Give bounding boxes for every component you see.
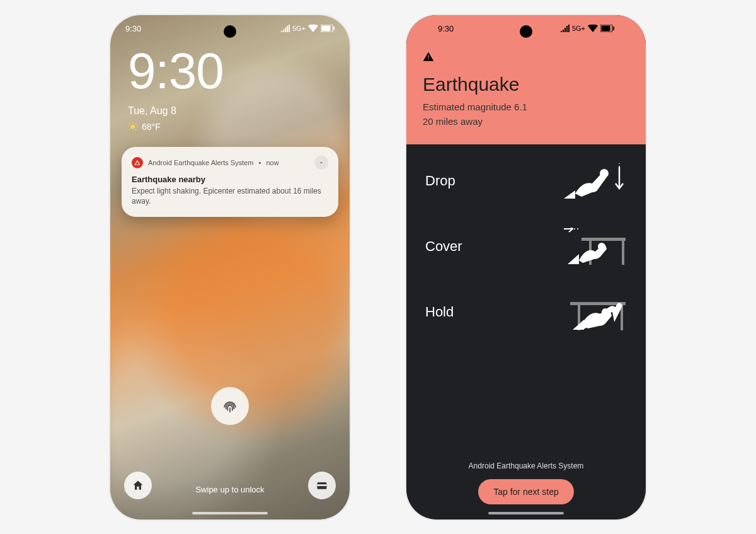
cover-pictogram-icon (564, 228, 627, 265)
svg-rect-30 (621, 305, 623, 330)
camera-cutout-icon (520, 25, 532, 38)
svg-rect-15 (602, 26, 610, 32)
footer-system-label: Android Earthquake Alerts System (406, 461, 646, 470)
svg-rect-16 (613, 26, 614, 30)
lockscreen-temperature: 68°F (142, 122, 161, 132)
alert-footer: Android Earthquake Alerts System Tap for… (406, 461, 646, 519)
svg-rect-25 (622, 241, 624, 265)
wifi-icon (588, 25, 598, 32)
notification-body: Expect light shaking. Epicenter estimate… (132, 186, 328, 207)
alert-distance: 20 miles away (423, 115, 629, 128)
lockscreen-clock-block: 9:30 Tue, Aug 8 68°F (110, 33, 350, 132)
instruction-drop: Drop (425, 162, 627, 200)
svg-rect-1 (322, 26, 331, 32)
lockscreen-weather[interactable]: 68°F (128, 122, 332, 132)
battery-icon (321, 25, 335, 32)
fingerprint-button[interactable] (211, 387, 249, 425)
svg-rect-2 (333, 26, 335, 30)
svg-point-27 (598, 243, 605, 250)
wifi-icon (308, 25, 318, 32)
drop-pictogram-icon (564, 162, 627, 200)
hold-pictogram-icon (564, 293, 627, 331)
instruction-hold: Hold (425, 293, 627, 331)
gesture-bar[interactable] (488, 512, 564, 514)
lockscreen-date: Tue, Aug 8 (128, 105, 332, 117)
notification-title: Earthquake nearby (132, 175, 328, 184)
alert-triangle-icon (132, 157, 143, 168)
signal-icon (561, 25, 570, 32)
svg-line-6 (130, 123, 130, 124)
svg-line-7 (135, 129, 136, 130)
instruction-label: Drop (425, 173, 455, 189)
alert-magnitude: Estimated magnitude 6.1 (423, 100, 629, 113)
network-label: 5G+ (572, 25, 585, 32)
lockscreen-time: 9:30 (128, 46, 332, 96)
status-right: 5G+ (561, 25, 614, 32)
status-right: 5G+ (281, 25, 335, 32)
notification-app-name: Android Earthquake Alerts System (148, 159, 254, 166)
svg-line-10 (130, 129, 130, 130)
warning-triangle-icon (423, 51, 434, 62)
svg-marker-17 (564, 190, 575, 199)
notification-separator: • (259, 159, 261, 166)
earthquake-notification[interactable]: Android Earthquake Alerts System • now E… (122, 147, 338, 218)
fingerprint-icon (220, 397, 239, 415)
svg-rect-23 (581, 238, 626, 241)
instruction-label: Hold (425, 304, 454, 320)
gesture-bar[interactable] (192, 512, 268, 514)
camera-cutout-icon (224, 25, 236, 38)
chevron-down-icon[interactable] (314, 156, 328, 170)
status-time: 9:30 (125, 24, 141, 33)
notification-time: now (266, 159, 278, 166)
sun-icon (128, 122, 138, 132)
phone-lockscreen: 9:30 5G+ 9:30 Tue, Aug 8 68°F Android Ea… (110, 15, 350, 519)
svg-line-11 (135, 123, 136, 124)
signal-icon (281, 25, 290, 32)
notification-header: Android Earthquake Alerts System • now (132, 156, 328, 170)
instructions-list: Drop Cover (406, 144, 646, 461)
svg-marker-26 (568, 254, 579, 264)
next-step-button[interactable]: Tap for next step (478, 479, 574, 504)
svg-point-32 (602, 308, 609, 316)
instruction-cover: Cover (425, 228, 627, 265)
alert-title: Earthquake (423, 74, 629, 95)
svg-point-18 (600, 169, 609, 178)
svg-point-3 (131, 124, 135, 129)
instruction-label: Cover (425, 238, 462, 255)
phone-alert-screen: 9:30 5G+ Earthquake Estimated magnitude … (406, 15, 646, 519)
network-label: 5G+ (292, 25, 306, 32)
unlock-hint: Swipe up to unlock (110, 485, 350, 494)
battery-icon (600, 25, 614, 32)
status-time: 9:30 (438, 24, 454, 33)
